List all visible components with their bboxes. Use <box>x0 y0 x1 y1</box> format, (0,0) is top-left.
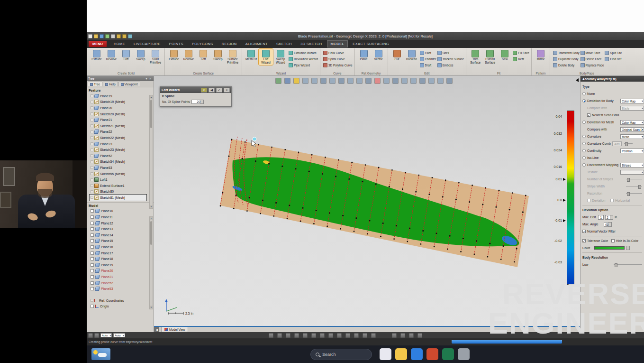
viewport-tool-icon[interactable] <box>392 78 399 84</box>
resolution-slider[interactable] <box>626 193 642 194</box>
status-tool-icon[interactable] <box>392 333 397 338</box>
ribbon-button[interactable]: Loft <box>119 49 133 65</box>
cancel-icon[interactable]: × <box>224 88 230 93</box>
viewport-tool-icon[interactable] <box>329 78 336 84</box>
view-control-icon[interactable] <box>345 333 350 338</box>
quick-access-icon[interactable] <box>128 34 132 38</box>
ribbon-button[interactable]: Sew <box>498 49 512 65</box>
ribbon-tab[interactable]: HOME <box>110 41 128 47</box>
loft-wizard-titlebar[interactable]: Loft Wizard ▾ ◀ ✓ × <box>160 87 231 93</box>
visibility-checkbox[interactable] <box>91 257 94 261</box>
feature-tree-item[interactable]: Sketch21 (Mesh) <box>90 123 146 129</box>
ribbon-item[interactable]: Refit <box>513 56 529 62</box>
visibility-checkbox[interactable] <box>91 269 94 272</box>
ribbon-item[interactable]: Revolution Wizard <box>289 56 318 62</box>
ref-coordinates-item[interactable]: Ref. Coordinates <box>90 298 146 304</box>
view-control-icon[interactable] <box>320 333 325 338</box>
snap-mode-combo[interactable]: Auto <box>100 333 112 337</box>
view-control-icon[interactable] <box>294 333 299 338</box>
feature-tree-item[interactable]: Plane19 <box>90 93 146 99</box>
visibility-checkbox[interactable] <box>91 227 94 231</box>
visibility-checkbox[interactable] <box>91 275 94 279</box>
viewport-tool-icon[interactable] <box>284 78 290 84</box>
ribbon-tab[interactable]: POLYGONS <box>189 41 217 47</box>
ribbon-item[interactable]: Chamfer <box>420 56 436 62</box>
visibility-checkbox[interactable] <box>91 222 94 225</box>
viewport-tool-icon[interactable] <box>338 78 345 84</box>
ribbon-item[interactable]: Split Fac <box>605 50 622 56</box>
ribbon-button[interactable]: Mirror <box>534 49 548 62</box>
texture-box[interactable] <box>620 170 644 175</box>
model-scrollbar[interactable]: ▲▼ <box>149 216 153 309</box>
visibility-checkbox[interactable] <box>91 263 94 267</box>
radio-deviation-for-body[interactable] <box>582 99 586 102</box>
visibility-checkbox[interactable] <box>91 281 94 285</box>
ribbon-item[interactable]: Replace Face <box>581 62 604 68</box>
menu-button[interactable]: MENU <box>89 41 107 47</box>
horizontal-checkbox[interactable] <box>610 199 614 202</box>
model-tree-item[interactable]: Plane15 <box>90 238 146 244</box>
ribbon-button[interactable]: Boolean <box>405 49 419 62</box>
quick-access-icon[interactable] <box>88 34 92 38</box>
ribbon-item[interactable]: Thicken Surface <box>437 56 464 62</box>
ribbon-tab[interactable]: EXACT SURFACING <box>349 41 392 47</box>
panel-collapse-icon[interactable] <box>576 78 579 82</box>
model-tree-item[interactable]: Plane12 <box>90 220 146 226</box>
viewport-tool-icon[interactable] <box>320 78 327 84</box>
ribbon-item[interactable]: Delete Body <box>553 62 580 68</box>
ribbon-tab[interactable]: MODEL <box>327 41 348 47</box>
viewport-tool-icon[interactable] <box>428 78 435 84</box>
ribbon-button[interactable]: Surface Primitive <box>226 49 240 65</box>
deviation-mesh-dropdown[interactable]: Color Map <box>620 120 644 125</box>
ribbon-item[interactable]: Fill Face <box>513 50 529 56</box>
ribbon-item[interactable]: Draft <box>420 62 436 68</box>
ribbon-button[interactable]: Plane <box>357 49 371 62</box>
radio-iso-line[interactable] <box>582 156 586 159</box>
model-tree-item[interactable]: Plane17 <box>90 250 146 256</box>
viewport-tool-icon[interactable] <box>275 78 281 84</box>
model-tree-item[interactable]: Plane20 <box>90 268 146 274</box>
taskbar-app-icon[interactable] <box>442 348 454 360</box>
nearest-scan-checkbox[interactable]: ✓ <box>587 113 590 117</box>
ribbon-item[interactable]: Pipe Wizard <box>289 62 318 68</box>
ribbon-button[interactable]: Extrude <box>90 49 104 65</box>
feature-tree-item[interactable]: Plane21 <box>90 117 146 123</box>
viewport-tool-icon[interactable] <box>401 78 408 84</box>
status-tool-icon[interactable] <box>94 333 99 338</box>
pin-icon[interactable]: ▾ <box>145 77 148 81</box>
model-tree-item[interactable]: Plane16 <box>90 244 146 250</box>
feature-tree-item[interactable]: Sketch23 (Mesh) <box>90 147 146 153</box>
view-control-icon[interactable] <box>277 333 282 338</box>
visibility-checkbox[interactable] <box>91 209 94 213</box>
viewport-tool-icon[interactable] <box>302 78 308 84</box>
view-control-icon[interactable] <box>328 333 333 338</box>
back-icon[interactable]: ◀ <box>209 88 215 93</box>
comb-scale-slider[interactable] <box>624 143 633 144</box>
feature-tree-item[interactable]: Sketch80 <box>90 189 146 195</box>
view-control-icon[interactable] <box>286 333 290 338</box>
taskbar-search[interactable]: Search <box>310 349 372 360</box>
spline-section-header[interactable]: ▾ Spline <box>162 94 229 98</box>
ribbon-button[interactable]: Solid Primitive <box>148 49 163 65</box>
tree-tab[interactable]: Help <box>103 82 118 86</box>
viewport-tool-icon[interactable] <box>365 78 372 84</box>
viewport-tool-icon[interactable] <box>374 78 381 84</box>
ribbon-button[interactable]: Revolve <box>181 49 196 65</box>
ribbon-tab[interactable]: 3D SKETCH <box>297 41 326 47</box>
number-of-stripes-slider[interactable] <box>626 179 642 179</box>
status-tool-icon[interactable] <box>409 333 414 338</box>
ribbon-item[interactable]: Fillet <box>420 50 436 56</box>
ribbon-button[interactable]: Cut <box>390 49 404 62</box>
taskbar-app-icon[interactable] <box>426 348 438 360</box>
status-tool-icon[interactable] <box>88 333 93 338</box>
ribbon-item[interactable]: Duplicate Body <box>553 56 580 62</box>
feature-tree-item[interactable]: Plane20 <box>90 105 146 111</box>
taskbar-app-icon[interactable] <box>395 348 407 360</box>
ribbon-tab[interactable]: REGION <box>218 41 240 47</box>
feature-tree-item[interactable]: Sketch19 (Mesh) <box>90 99 146 105</box>
feature-tree-item[interactable]: Sketch55 (Mesh) <box>90 171 146 177</box>
quick-access-icon[interactable] <box>105 34 109 38</box>
viewport-tool-icon[interactable] <box>437 78 444 84</box>
feature-tree-item[interactable]: Sketch54 (Mesh) <box>90 159 146 165</box>
max-dist-min-input[interactable]: 1 <box>598 215 604 220</box>
